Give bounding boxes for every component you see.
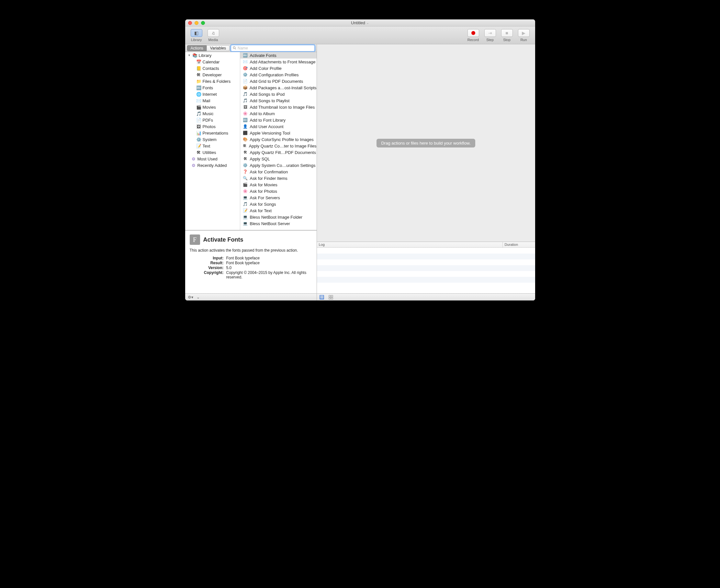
action-item[interactable]: 🌸Ask for Photos bbox=[240, 188, 317, 194]
info-input-label: Input: bbox=[190, 256, 224, 260]
category-item[interactable]: 📒Contacts bbox=[185, 65, 240, 71]
action-item[interactable]: ⚙️Apply System Co…uration Settings bbox=[240, 162, 317, 169]
log-column-header[interactable]: Log bbox=[317, 242, 503, 247]
category-item[interactable]: 🌐Internet bbox=[185, 91, 240, 97]
action-item[interactable]: 🎵Ask for Songs bbox=[240, 201, 317, 207]
smart-folder-label: Most Used bbox=[198, 156, 218, 161]
category-item[interactable]: 📄PDFs bbox=[185, 117, 240, 123]
action-item-icon: 💻 bbox=[243, 214, 248, 219]
action-item[interactable]: 💻Bless NetBoot Server bbox=[240, 220, 317, 227]
category-label: Calendar bbox=[203, 60, 220, 64]
info-description: This action activates the fonts passed f… bbox=[190, 248, 312, 253]
category-item[interactable]: 📊Presentations bbox=[185, 130, 240, 136]
workflow-pane: Drag actions or files here to build your… bbox=[317, 44, 535, 300]
action-item[interactable]: 🔤Activate Fonts bbox=[240, 52, 317, 59]
action-item[interactable]: ⚙️Add Configuration Profiles bbox=[240, 71, 317, 78]
category-item[interactable]: 🔤Fonts bbox=[185, 84, 240, 91]
action-item-icon: ✉️ bbox=[243, 59, 248, 64]
category-label: Text bbox=[203, 144, 211, 148]
stop-button[interactable]: ■ Stop bbox=[499, 29, 515, 42]
action-item[interactable]: 🛠Apply Quartz Co…ter to Image Files bbox=[240, 143, 317, 149]
toolbar: ◧ Library ♫ Media Record ⇥ Step ■ Stop bbox=[185, 26, 535, 44]
disclosure-icon[interactable]: ▼ bbox=[188, 54, 191, 57]
action-item[interactable]: ⬛Apple Versioning Tool bbox=[240, 130, 317, 136]
action-item[interactable]: 🔤Add to Font Library bbox=[240, 117, 317, 123]
category-icon: 📝 bbox=[196, 143, 201, 148]
action-item-label: Add Attachments to Front Message bbox=[250, 60, 316, 64]
action-item[interactable]: 📦Add Packages a…ost-Install Scripts bbox=[240, 84, 317, 91]
action-item[interactable]: 🎵Add Songs to Playlist bbox=[240, 97, 317, 104]
window-title[interactable]: Untitled⌄ bbox=[185, 20, 535, 25]
action-item-icon: 💻 bbox=[243, 195, 248, 200]
workflow-canvas[interactable]: Drag actions or files here to build your… bbox=[317, 44, 535, 241]
info-result-label: Result: bbox=[190, 261, 224, 265]
category-icon: 🛠 bbox=[196, 150, 201, 155]
action-item-icon: ⬛ bbox=[243, 130, 248, 135]
duration-column-header[interactable]: Duration bbox=[503, 242, 535, 247]
category-item[interactable]: 🎬Movies bbox=[185, 104, 240, 110]
category-icon: ✉️ bbox=[196, 98, 201, 103]
step-button[interactable]: ⇥ Step bbox=[482, 29, 498, 42]
category-item[interactable]: ✉️Mail bbox=[185, 97, 240, 104]
action-item[interactable]: 🎬Ask for Movies bbox=[240, 182, 317, 188]
category-icon: 📄 bbox=[196, 118, 201, 123]
play-icon: ▶ bbox=[522, 30, 525, 36]
info-version-value: 5.0 bbox=[226, 266, 312, 270]
tab-actions[interactable]: Actions bbox=[187, 45, 206, 51]
category-item[interactable]: ⚙️System bbox=[185, 136, 240, 143]
action-item[interactable]: 💻Bless NetBoot Image Folder bbox=[240, 214, 317, 220]
search-icon bbox=[233, 46, 236, 50]
gear-menu[interactable]: ⚙︎▾ bbox=[188, 295, 193, 299]
run-button[interactable]: ▶ Run bbox=[516, 29, 532, 42]
action-item[interactable]: 👤Add User Account bbox=[240, 123, 317, 130]
titlebar[interactable]: Untitled⌄ bbox=[185, 19, 535, 26]
category-item[interactable]: 🛠Developer bbox=[185, 71, 240, 78]
collapse-info-button[interactable]: ⌄ bbox=[197, 295, 200, 299]
smart-folder-item[interactable]: ⚙︎Recently Added bbox=[185, 162, 240, 169]
category-item[interactable]: 📅Calendar bbox=[185, 59, 240, 65]
category-list[interactable]: ▼ 📚 Library 📅Calendar📒Contacts🛠Developer… bbox=[185, 52, 240, 230]
smart-folder-item[interactable]: ⚙︎Most Used bbox=[185, 155, 240, 162]
category-item[interactable]: 📁Files & Folders bbox=[185, 78, 240, 84]
category-item[interactable]: 📝Text bbox=[185, 143, 240, 149]
svg-rect-6 bbox=[329, 295, 331, 297]
action-item[interactable]: 🔍Ask for Finder Items bbox=[240, 175, 317, 182]
media-icon: ♫ bbox=[212, 30, 215, 36]
action-item-label: Add Songs to iPod bbox=[250, 92, 285, 97]
action-item[interactable]: 🎯Add Color Profile bbox=[240, 65, 317, 71]
action-item[interactable]: 🎵Add Songs to iPod bbox=[240, 91, 317, 97]
record-button[interactable]: Record bbox=[465, 29, 481, 42]
category-item[interactable]: 🛠Utilities bbox=[185, 149, 240, 155]
action-item[interactable]: ✉️Add Attachments to Front Message bbox=[240, 59, 317, 65]
tab-variables[interactable]: Variables bbox=[206, 45, 229, 51]
info-pane: F Activate Fonts This action activates t… bbox=[185, 230, 317, 293]
category-item[interactable]: 🎵Music bbox=[185, 110, 240, 117]
log-rows[interactable] bbox=[317, 248, 535, 293]
action-item[interactable]: 🌸Add to Album bbox=[240, 110, 317, 117]
category-label: Movies bbox=[203, 105, 216, 110]
action-item-icon: 📄 bbox=[243, 79, 248, 84]
action-item-icon: 🛠 bbox=[243, 156, 248, 161]
library-root[interactable]: ▼ 📚 Library bbox=[185, 52, 240, 59]
action-item[interactable]: 🛠Apply Quartz Filt…PDF Documents bbox=[240, 149, 317, 155]
action-item[interactable]: 📝Ask for Text bbox=[240, 207, 317, 214]
action-item-label: Apply SQL bbox=[250, 156, 270, 161]
action-item-label: Ask for Songs bbox=[250, 202, 276, 207]
variables-view-icon[interactable] bbox=[328, 295, 333, 299]
search-field[interactable] bbox=[231, 45, 315, 51]
action-item[interactable]: 🎨Apply ColorSync Profile to Images bbox=[240, 136, 317, 143]
action-item-label: Apply System Co…uration Settings bbox=[250, 163, 316, 168]
workflow-view-icon[interactable] bbox=[320, 295, 324, 299]
action-item-icon: 🎬 bbox=[243, 182, 248, 187]
action-item[interactable]: 🛠Apply SQL bbox=[240, 155, 317, 162]
action-item[interactable]: ❓Ask for Confirmation bbox=[240, 169, 317, 175]
search-input[interactable] bbox=[238, 46, 313, 50]
action-item[interactable]: 🖼Add Thumbnail Icon to Image Files bbox=[240, 104, 317, 110]
action-item[interactable]: 📄Add Grid to PDF Documents bbox=[240, 78, 317, 84]
action-list[interactable]: 🔤Activate Fonts✉️Add Attachments to Fron… bbox=[240, 52, 317, 230]
action-item-label: Apply Quartz Filt…PDF Documents bbox=[250, 150, 316, 155]
media-toolbar-button[interactable]: ♫ Media bbox=[205, 29, 221, 42]
category-item[interactable]: 🖼Photos bbox=[185, 123, 240, 130]
action-item[interactable]: 💻Ask For Servers bbox=[240, 194, 317, 201]
library-toolbar-button[interactable]: ◧ Library bbox=[188, 29, 205, 42]
